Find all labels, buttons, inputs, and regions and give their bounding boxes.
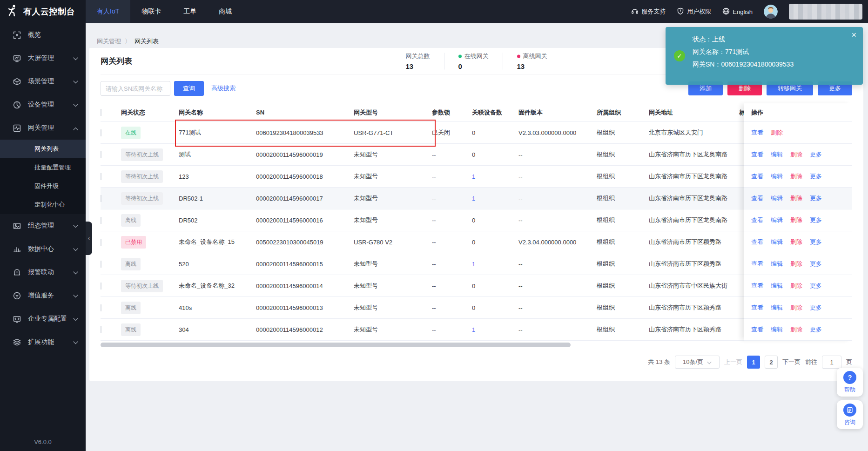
device-count-link[interactable]: 1: [472, 195, 475, 202]
close-icon[interactable]: ×: [851, 31, 856, 39]
sidebar-collapse-handle[interactable]: ‹: [86, 222, 92, 255]
action-编辑[interactable]: 编辑: [771, 325, 783, 334]
action-更多[interactable]: 更多: [810, 216, 822, 224]
float-咨询-button[interactable]: 咨询: [837, 400, 863, 429]
sidebar-subitem-固件升级[interactable]: 固件升级: [0, 177, 86, 195]
prev-page-button[interactable]: 上一页: [724, 358, 742, 366]
action-删除[interactable]: 删除: [790, 303, 802, 312]
sidebar-item-增值服务[interactable]: 增值服务: [0, 284, 86, 307]
action-查看[interactable]: 查看: [751, 216, 763, 224]
sidebar-item-设备管理[interactable]: 设备管理: [0, 93, 86, 116]
sidebar-item-扩展功能[interactable]: 扩展功能: [0, 330, 86, 354]
device-count-link[interactable]: 1: [472, 326, 475, 333]
topbar-link-English[interactable]: English: [722, 7, 753, 16]
action-编辑[interactable]: 编辑: [771, 303, 783, 312]
search-button[interactable]: 查询: [174, 81, 204, 96]
chevron-down-icon: [73, 101, 78, 108]
sidebar-item-场景管理[interactable]: 场景管理: [0, 70, 86, 93]
column-header-所属组织: 所属组织: [597, 108, 649, 117]
action-查看[interactable]: 查看: [751, 172, 763, 181]
action-更多[interactable]: 更多: [810, 238, 822, 246]
breadcrumb-parent[interactable]: 网关管理: [97, 37, 121, 46]
action-删除[interactable]: 删除: [790, 194, 802, 202]
device-count-link[interactable]: 1: [472, 173, 475, 180]
action-删除[interactable]: 删除: [790, 260, 802, 268]
tab-商城[interactable]: 商城: [208, 0, 243, 23]
question-icon: ?: [843, 371, 856, 384]
action-编辑[interactable]: 编辑: [771, 260, 783, 268]
action-查看[interactable]: 查看: [751, 238, 763, 246]
action-更多[interactable]: 更多: [810, 260, 822, 268]
tab-工单[interactable]: 工单: [172, 0, 208, 23]
action-更多[interactable]: 更多: [810, 172, 822, 181]
action-查看[interactable]: 查看: [751, 128, 763, 137]
page-1-button[interactable]: 1: [747, 356, 760, 369]
sidebar-item-网关管理[interactable]: 网关管理: [0, 116, 86, 140]
topbar-links: 服务支持用户权限English: [631, 7, 753, 16]
sidebar-item-企业专属配置[interactable]: 企业专属配置: [0, 307, 86, 330]
sidebar-subitem-定制化中心[interactable]: 定制化中心: [0, 195, 86, 214]
topbar-link-用户权限[interactable]: 用户权限: [677, 7, 711, 16]
avatar[interactable]: [764, 5, 778, 19]
action-查看[interactable]: 查看: [751, 282, 763, 290]
action-编辑[interactable]: 编辑: [771, 150, 783, 159]
action-删除[interactable]: 删除: [790, 282, 802, 290]
action-编辑[interactable]: 编辑: [771, 238, 783, 246]
action-查看[interactable]: 查看: [751, 303, 763, 312]
row-checkbox[interactable]: [101, 283, 101, 289]
row-checkbox[interactable]: [101, 326, 101, 333]
row-checkbox[interactable]: [101, 239, 101, 246]
row-checkbox[interactable]: [101, 304, 101, 311]
sidebar-subitem-网关列表[interactable]: 网关列表: [0, 140, 86, 158]
device-count-link[interactable]: 1: [472, 261, 475, 268]
advanced-search-link[interactable]: 高级搜索: [211, 84, 236, 93]
action-查看[interactable]: 查看: [751, 260, 763, 268]
row-checkbox[interactable]: [101, 217, 101, 224]
sidebar-item-报警联动[interactable]: 报警联动: [0, 261, 86, 284]
float-帮助-button[interactable]: ?帮助: [837, 368, 863, 397]
action-更多[interactable]: 更多: [810, 303, 822, 312]
sidebar-subitem-批量配置管理[interactable]: 批量配置管理: [0, 158, 86, 177]
goto-page-input[interactable]: [822, 356, 841, 369]
action-删除[interactable]: 删除: [790, 325, 802, 334]
search-input[interactable]: [101, 81, 170, 96]
action-查看[interactable]: 查看: [751, 150, 763, 159]
column-header-固件版本: 固件版本: [518, 108, 597, 117]
sidebar-item-数据中心[interactable]: 数据中心: [0, 237, 86, 261]
action-更多[interactable]: 更多: [810, 194, 822, 202]
horizontal-scrollbar-thumb[interactable]: [101, 343, 571, 347]
action-编辑[interactable]: 编辑: [771, 194, 783, 202]
action-编辑[interactable]: 编辑: [771, 282, 783, 290]
action-删除[interactable]: 删除: [771, 128, 783, 137]
action-删除[interactable]: 删除: [790, 238, 802, 246]
sidebar-item-大屏管理[interactable]: 大屏管理: [0, 47, 86, 70]
topbar-link-服务支持[interactable]: 服务支持: [631, 7, 666, 16]
action-删除[interactable]: 删除: [790, 172, 802, 181]
row-checkbox[interactable]: [101, 261, 101, 268]
tab-物联卡[interactable]: 物联卡: [130, 0, 172, 23]
row-checkbox[interactable]: [101, 151, 101, 158]
select-all-checkbox[interactable]: [101, 109, 101, 116]
next-page-button[interactable]: 下一页: [782, 358, 801, 366]
cell-status: 离线: [121, 214, 179, 227]
action-编辑[interactable]: 编辑: [771, 216, 783, 224]
row-checkbox[interactable]: [101, 129, 101, 136]
screen-icon: [13, 54, 21, 62]
action-查看[interactable]: 查看: [751, 194, 763, 202]
page-2-button[interactable]: 2: [765, 356, 778, 369]
action-更多[interactable]: 更多: [810, 282, 822, 290]
action-删除[interactable]: 删除: [790, 150, 802, 159]
action-查看[interactable]: 查看: [751, 325, 763, 334]
sidebar-item-组态管理[interactable]: 组态管理: [0, 214, 86, 237]
row-checkbox[interactable]: [101, 195, 101, 202]
action-编辑[interactable]: 编辑: [771, 172, 783, 181]
page-size-select[interactable]: 10条/页: [675, 356, 720, 369]
logo-row[interactable]: 有人云控制台: [0, 0, 86, 23]
action-更多[interactable]: 更多: [810, 150, 822, 159]
action-更多[interactable]: 更多: [810, 325, 822, 334]
tab-有人IoT[interactable]: 有人IoT: [86, 0, 130, 23]
action-删除[interactable]: 删除: [790, 216, 802, 224]
page-title: 网关列表: [101, 56, 132, 67]
sidebar-item-概览[interactable]: 概览: [0, 23, 86, 47]
row-checkbox[interactable]: [101, 173, 101, 180]
